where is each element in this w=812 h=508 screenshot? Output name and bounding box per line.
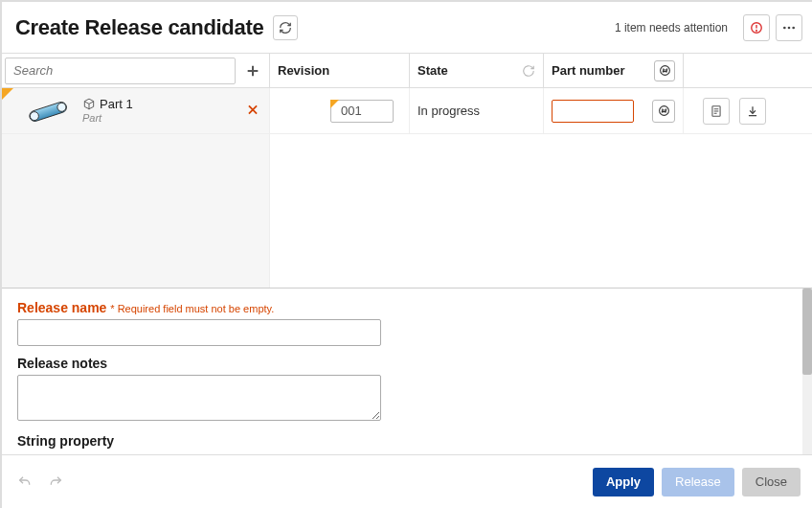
revision-input[interactable] <box>330 100 394 123</box>
download-icon <box>746 104 759 118</box>
more-menu-button[interactable] <box>776 14 802 41</box>
dialog-footer: Apply Release Close <box>2 454 812 508</box>
hash-refresh-icon <box>659 64 671 77</box>
remove-row-button[interactable] <box>246 103 259 119</box>
release-name-label: Release name * Required field must not b… <box>17 300 797 315</box>
release-notes-label: Release notes <box>17 356 797 371</box>
warning-flag-icon <box>2 88 13 100</box>
form-scrollbar[interactable] <box>802 289 812 454</box>
refresh-state-icon[interactable] <box>522 64 535 78</box>
col-partnumber-label: Part number <box>552 63 625 78</box>
part-cube-icon <box>82 98 96 111</box>
col-revision: Revision <box>270 54 410 87</box>
release-notes-input[interactable] <box>17 375 381 421</box>
svg-point-3 <box>788 26 791 29</box>
warning-flag-icon <box>330 100 339 108</box>
dialog-title: Create Release candidate <box>15 15 263 40</box>
close-button[interactable]: Close <box>742 468 801 496</box>
svg-point-2 <box>783 26 786 29</box>
refresh-button[interactable] <box>273 15 298 40</box>
state-value: In progress <box>417 104 480 118</box>
form-panel: Release name * Required field must not b… <box>2 288 812 454</box>
generate-pn-button[interactable] <box>652 100 675 123</box>
search-input[interactable] <box>5 58 236 84</box>
hash-refresh-icon <box>658 104 670 117</box>
scroll-thumb[interactable] <box>802 289 812 375</box>
part-type-label: Part <box>82 112 133 124</box>
partnumber-cell <box>544 88 684 133</box>
undo-icon <box>17 474 33 490</box>
error-circle-icon <box>750 21 763 35</box>
document-list-icon <box>710 104 723 118</box>
col-partnumber: Part number <box>544 54 684 87</box>
part-thumbnail <box>19 95 77 127</box>
svg-point-4 <box>792 26 795 29</box>
add-item-button[interactable] <box>239 58 266 84</box>
release-name-error: * Required field must not be empty. <box>110 303 274 314</box>
search-cell <box>2 54 270 87</box>
attention-button[interactable] <box>743 14 770 41</box>
download-button[interactable] <box>739 98 766 125</box>
apply-button[interactable]: Apply <box>593 468 654 496</box>
column-headers: Revision State Part number <box>2 54 812 88</box>
view-details-button[interactable] <box>703 98 730 125</box>
data-area: Part 1 Part In progress <box>2 88 812 288</box>
list-empty-area <box>2 134 270 288</box>
string-property-label: String property <box>17 433 797 449</box>
col-state-label: State <box>417 63 448 78</box>
close-icon <box>246 103 259 116</box>
release-name-input[interactable] <box>17 319 381 346</box>
redo-icon <box>48 474 63 490</box>
revision-cell <box>270 88 410 133</box>
attention-text: 1 item needs attention <box>615 21 728 35</box>
col-actions <box>684 54 812 87</box>
item-name-cell[interactable]: Part 1 Part <box>2 88 270 133</box>
refresh-icon <box>279 21 292 35</box>
partnumber-input[interactable] <box>552 100 634 123</box>
svg-point-1 <box>756 30 757 31</box>
col-state: State <box>410 54 544 87</box>
redo-button[interactable] <box>44 471 67 494</box>
more-horizontal-icon <box>781 20 797 35</box>
release-button[interactable]: Release <box>662 468 734 496</box>
state-cell: In progress <box>410 88 544 133</box>
table-row: Part 1 Part In progress <box>2 88 812 134</box>
generate-all-pn-button[interactable] <box>654 60 675 81</box>
dialog-header: Create Release candidate 1 item needs at… <box>2 2 812 54</box>
part-name: Part 1 <box>100 98 133 111</box>
plus-icon <box>245 63 260 79</box>
undo-button[interactable] <box>13 471 36 494</box>
actions-cell <box>684 88 812 133</box>
